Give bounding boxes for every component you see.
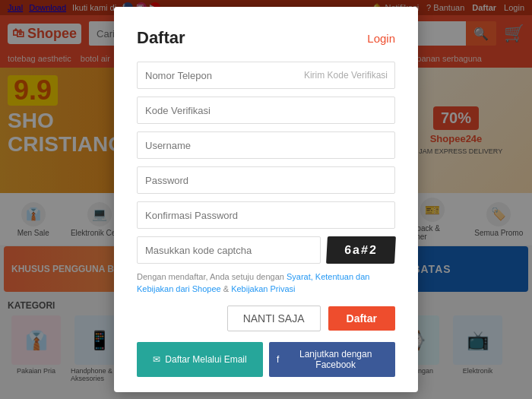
nanti-button[interactable]: NANTI SAJA xyxy=(227,306,321,331)
password-group xyxy=(137,166,395,194)
captcha-input[interactable] xyxy=(137,236,321,264)
action-row: NANTI SAJA Daftar xyxy=(137,306,395,331)
send-code-button[interactable]: Kirim Kode Verifikasi xyxy=(296,62,395,89)
facebook-register-button[interactable]: f Lanjutkan dengan Facebook xyxy=(269,342,395,377)
phone-group: Kirim Kode Verifikasi xyxy=(137,62,395,89)
modal-backdrop: Daftar Login Kirim Kode Verifikasi xyxy=(0,0,532,399)
username-input[interactable] xyxy=(137,131,395,159)
daftar-button[interactable]: Daftar xyxy=(328,306,395,331)
terms-text: Dengan mendaftar, Anda setuju dengan Sya… xyxy=(137,271,395,295)
username-group xyxy=(137,131,395,159)
facebook-icon: f xyxy=(277,354,279,365)
verify-input[interactable] xyxy=(137,97,395,124)
social-row: ✉ Daftar Melalui Email f Lanjutkan denga… xyxy=(137,342,395,377)
verify-group xyxy=(137,97,395,124)
captcha-row: 6a#2 xyxy=(137,236,395,264)
modal-login-link[interactable]: Login xyxy=(367,32,395,45)
modal-title: Daftar xyxy=(137,28,185,48)
email-register-button[interactable]: ✉ Daftar Melalui Email xyxy=(137,342,263,377)
confirm-password-input[interactable] xyxy=(137,201,395,229)
captcha-image: 6a#2 xyxy=(326,236,396,264)
register-modal: Daftar Login Kirim Kode Verifikasi xyxy=(114,7,418,392)
modal-header: Daftar Login xyxy=(137,28,395,48)
terms-link-2[interactable]: Kebijakan Privasi xyxy=(231,284,295,293)
confirm-password-group xyxy=(137,201,395,229)
email-icon: ✉ xyxy=(153,354,160,365)
password-input[interactable] xyxy=(137,166,395,194)
